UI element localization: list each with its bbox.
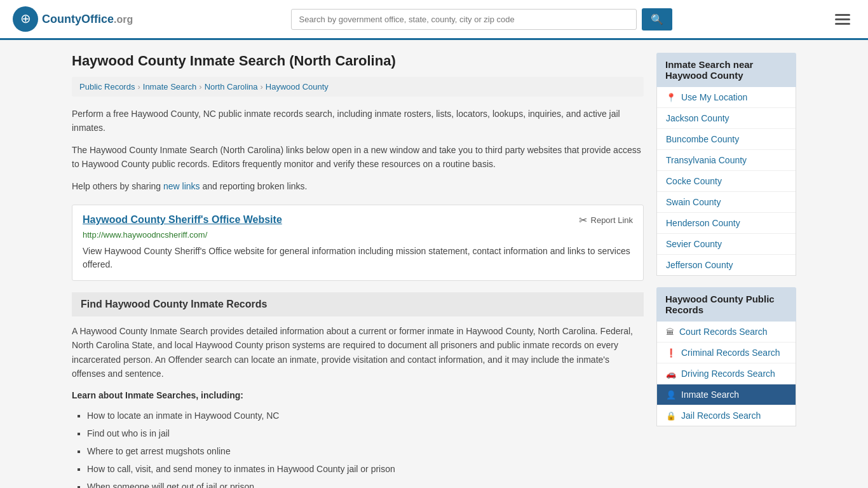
search-button[interactable]: 🔍 (642, 8, 672, 30)
breadcrumb-inmate-search[interactable]: Inmate Search (143, 82, 197, 92)
court-records-link[interactable]: Court Records Search (679, 327, 768, 337)
cocke-county-link[interactable]: Cocke County (666, 176, 722, 186)
new-links-link[interactable]: new links (163, 181, 200, 191)
driving-records-item[interactable]: Driving Records Search (657, 363, 796, 384)
logo[interactable]: ⊕ CountyOffice.org (13, 6, 133, 32)
henderson-county-link[interactable]: Henderson County (666, 218, 740, 228)
link-card: Haywood County Sheriff's Office Website … (72, 205, 644, 281)
logo-text: CountyOffice.org (42, 13, 133, 26)
description-3: Help others by sharing new links and rep… (72, 179, 644, 193)
breadcrumb-sep2: › (199, 82, 201, 92)
menu-icon-line1 (835, 14, 850, 16)
use-my-location-link[interactable]: Use My Location (681, 92, 747, 102)
car-icon (666, 369, 676, 379)
lock-icon (666, 410, 676, 421)
public-records-section-title: Haywood County Public Records (656, 287, 796, 322)
link-card-title[interactable]: Haywood County Sheriff's Office Website (83, 214, 282, 226)
report-link-button[interactable]: ✂ Report Link (579, 214, 633, 226)
svg-text:⊕: ⊕ (20, 11, 31, 25)
public-records-section: Court Records Search Criminal Records Se… (656, 322, 796, 426)
nearby-section: Use My Location Jackson County Buncombe … (656, 87, 796, 276)
breadcrumb: Public Records › Inmate Search › North C… (72, 77, 644, 97)
buncombe-county-link[interactable]: Buncombe County (666, 134, 739, 144)
description-2: The Haywood County Inmate Search (North … (72, 143, 644, 172)
use-my-location-item[interactable]: Use My Location (657, 87, 796, 108)
sidebar: Inmate Search near Haywood County Use My… (656, 53, 796, 488)
person-icon (666, 390, 676, 400)
breadcrumb-north-carolina[interactable]: North Carolina (205, 82, 258, 92)
find-records-header: Find Haywood County Inmate Records (72, 292, 644, 316)
court-records-item[interactable]: Court Records Search (657, 322, 796, 342)
breadcrumb-sep1: › (137, 82, 140, 92)
jackson-county-item[interactable]: Jackson County (657, 108, 796, 129)
breadcrumb-public-records[interactable]: Public Records (79, 82, 135, 92)
criminal-records-item[interactable]: Criminal Records Search (657, 342, 796, 363)
inmate-search-item[interactable]: Inmate Search (657, 384, 796, 405)
jail-records-item[interactable]: Jail Records Search (657, 405, 796, 426)
search-input[interactable] (291, 9, 637, 30)
menu-icon-line3 (835, 23, 850, 25)
sevier-county-link[interactable]: Sevier County (666, 239, 722, 249)
transylvania-county-item[interactable]: Transylvania County (657, 150, 796, 171)
list-item: Where to get arrest mugshots online (87, 442, 644, 460)
page-title: Haywood County Inmate Search (North Caro… (72, 53, 644, 69)
list-item: How to call, visit, and send money to in… (87, 460, 644, 478)
breadcrumb-sep3: › (261, 82, 263, 92)
link-card-description: View Haywood County Sheriff's Office web… (83, 245, 633, 271)
henderson-county-item[interactable]: Henderson County (657, 213, 796, 234)
nearby-section-title: Inmate Search near Haywood County (656, 53, 796, 87)
criminal-records-link[interactable]: Criminal Records Search (681, 348, 780, 358)
transylvania-county-link[interactable]: Transylvania County (666, 155, 747, 165)
court-icon (666, 327, 674, 337)
breadcrumb-haywood-county[interactable]: Haywood County (266, 82, 329, 92)
list-item: Find out who is in jail (87, 424, 644, 442)
swain-county-item[interactable]: Swain County (657, 192, 796, 213)
find-records-text: A Haywood County Inmate Search provides … (72, 324, 644, 381)
jackson-county-link[interactable]: Jackson County (666, 113, 729, 123)
scissors-icon: ✂ (579, 214, 587, 226)
list-item: How to locate an inmate in Haywood Count… (87, 407, 644, 424)
menu-button[interactable] (830, 11, 855, 27)
link-card-url[interactable]: http://www.haywoodncsheriff.com/ (83, 230, 633, 240)
jefferson-county-item[interactable]: Jefferson County (657, 255, 796, 275)
menu-icon-line2 (835, 18, 850, 20)
inmate-search-link[interactable]: Inmate Search (681, 390, 739, 400)
description-1: Perform a free Haywood County, NC public… (72, 107, 644, 135)
driving-records-link[interactable]: Driving Records Search (681, 369, 775, 379)
sevier-county-item[interactable]: Sevier County (657, 234, 796, 255)
exclamation-icon (666, 348, 676, 358)
cocke-county-item[interactable]: Cocke County (657, 171, 796, 192)
list-item: When someone will get out of jail or pri… (87, 478, 644, 488)
jefferson-county-link[interactable]: Jefferson County (666, 260, 733, 270)
search-area: 🔍 (291, 8, 672, 30)
learn-subheading: Learn about Inmate Searches, including: (72, 390, 644, 400)
buncombe-county-item[interactable]: Buncombe County (657, 129, 796, 150)
location-pin-icon (666, 92, 676, 102)
inmate-search-list: How to locate an inmate in Haywood Count… (72, 407, 644, 488)
swain-county-link[interactable]: Swain County (666, 197, 721, 207)
jail-records-link[interactable]: Jail Records Search (681, 410, 761, 421)
